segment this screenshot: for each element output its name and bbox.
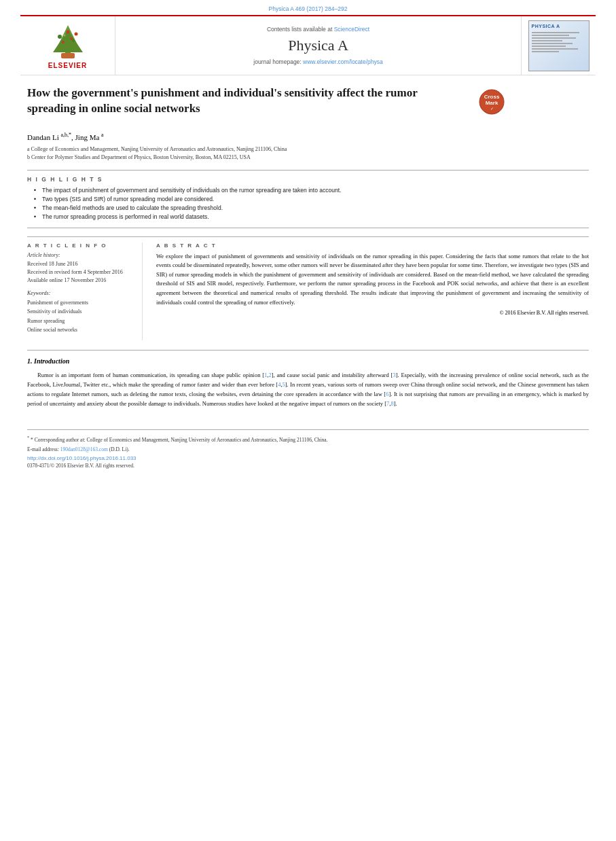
svg-point-4 [74, 33, 77, 36]
journal-header-center: Contents lists available at ScienceDirec… [115, 16, 521, 75]
affiliation-b: b Center for Polymer Studies and Departm… [27, 154, 589, 162]
email-note: E-mail address: 190dan0128@163.com (D.D.… [27, 446, 589, 453]
ref-link-8[interactable]: 8 [391, 400, 393, 407]
publisher-logo-area: ELSEVIER [20, 16, 115, 75]
affiliations: a College of Economics and Management, N… [27, 145, 589, 162]
keywords-label: Keywords: [27, 290, 135, 296]
abstract-text: We explore the impact of punishment of g… [156, 252, 589, 308]
homepage-url[interactable]: www.elsevier.com/locate/physa [303, 58, 383, 65]
crossmark-badge[interactable]: Cross Mark ✓ [479, 89, 505, 116]
elsevier-label: ELSEVIER [48, 62, 87, 69]
article-history: Article history: Received 18 June 2016 R… [27, 252, 135, 285]
ref-link-6[interactable]: 6 [386, 391, 388, 397]
page: Physica A 469 (2017) 284–292 [0, 0, 616, 841]
ref-link-4[interactable]: 4 [278, 381, 280, 388]
highlights-section: H I G H L I G H T S The impact of punish… [27, 170, 589, 228]
journal-homepage-line: journal homepage: www.elsevier.com/locat… [253, 58, 382, 65]
received-date: Received 18 June 2016 [27, 260, 135, 268]
history-subtitle: Article history: [27, 252, 135, 258]
article-info-label: A R T I C L E I N F O [27, 243, 135, 249]
highlight-item: Two types (SIS and SIR) of rumor spreadi… [34, 196, 589, 202]
highlight-item: The impact of punishment of government a… [34, 187, 589, 194]
svg-point-8 [63, 35, 65, 37]
sciencedirect-line: Contents lists available at ScienceDirec… [267, 26, 369, 33]
article-title: How the government's punishment and indi… [27, 86, 469, 117]
svg-point-7 [66, 31, 69, 34]
journal-header: ELSEVIER Contents lists available at Sci… [20, 15, 596, 75]
svg-text:Mark: Mark [486, 100, 499, 106]
svg-point-3 [58, 35, 62, 39]
title-row: How the government's punishment and indi… [27, 86, 589, 125]
footer-section: * * Corresponding author at: College of … [27, 429, 589, 469]
star-note-text: * Corresponding author at: College of Ec… [31, 436, 327, 442]
email-label: E-mail address: [27, 446, 59, 452]
ref-link-3[interactable]: 3 [393, 372, 395, 378]
keyword-item: Sensitivity of individuals [27, 307, 135, 317]
doi-link[interactable]: http://dx.doi.org/10.1016/j.physa.2016.1… [27, 455, 589, 461]
citation-text: Physica A 469 (2017) 284–292 [269, 5, 348, 12]
crossmark-icon: Cross Mark ✓ [479, 89, 505, 115]
email-link[interactable]: 190dan0128@163.com [60, 446, 108, 452]
section-title-text: Introduction [34, 357, 69, 365]
available-date: Available online 17 November 2016 [27, 276, 135, 285]
homepage-label: journal homepage: [253, 58, 301, 65]
svg-text:Cross: Cross [484, 94, 500, 100]
authors-line: Dandan Li a,b,*, Jing Ma a [27, 132, 589, 141]
cover-decorative-lines [532, 32, 579, 54]
revised-date: Received in revised form 4 September 201… [27, 268, 135, 276]
contents-available-text: Contents lists available at [267, 26, 332, 33]
keyword-item: Punishment of governments [27, 298, 135, 308]
affiliation-a: a College of Economics and Management, N… [27, 145, 589, 154]
keywords-list: Punishment of governments Sensitivity of… [27, 298, 135, 335]
cover-journal-name: PHYSICA A [532, 24, 560, 29]
svg-point-9 [70, 37, 73, 40]
elsevier-tree-icon [41, 22, 95, 59]
main-content: How the government's punishment and indi… [0, 75, 616, 423]
journal-cover-image: PHYSICA A [528, 20, 590, 71]
keywords-subsection: Keywords: Punishment of governments Sens… [27, 290, 135, 335]
footer-copyright: 0378-4371/© 2016 Elsevier B.V. All right… [27, 463, 589, 469]
top-citation: Physica A 469 (2017) 284–292 [0, 0, 616, 15]
abstract-column: A B S T R A C T We explore the impact of… [156, 243, 589, 340]
introduction-section: 1. Introduction Rumor is an important fo… [27, 350, 589, 408]
abstract-label: A B S T R A C T [156, 243, 589, 249]
abstract-copyright: © 2016 Elsevier B.V. All rights reserved… [156, 310, 589, 316]
highlights-label: H I G H L I G H T S [27, 176, 589, 183]
article-info-column: A R T I C L E I N F O Article history: R… [27, 243, 143, 340]
section-title: 1. Introduction [27, 357, 589, 365]
highlights-list: The impact of punishment of government a… [27, 187, 589, 220]
keyword-item: Rumor spreading [27, 317, 135, 326]
ref-link-7[interactable]: 7 [386, 400, 389, 407]
keyword-item: Online social networks [27, 325, 135, 335]
svg-text:✓: ✓ [490, 107, 494, 111]
corresponding-author-note: * * Corresponding author at: College of … [27, 434, 589, 444]
ref-link-5[interactable]: 5 [283, 381, 285, 388]
article-info-abstract-row: A R T I C L E I N F O Article history: R… [27, 236, 589, 340]
ref-link-2[interactable]: 2 [268, 372, 271, 378]
sciencedirect-link[interactable]: ScienceDirect [334, 26, 369, 33]
ref-link-1[interactable]: 1 [264, 372, 267, 378]
intro-paragraph: Rumor is an important form of human comm… [27, 370, 589, 408]
journal-cover-area: PHYSICA A [521, 16, 596, 75]
journal-title-header: Physica A [288, 37, 348, 54]
svg-point-6 [72, 39, 75, 42]
svg-point-5 [62, 41, 65, 43]
section-number: 1. [27, 357, 33, 365]
email-suffix: (D.D. Li). [109, 446, 130, 452]
svg-rect-10 [61, 53, 75, 58]
highlight-item: The mean-field methods are used to calcu… [34, 204, 589, 211]
highlight-item: The rumor spreading process is performed… [34, 213, 589, 220]
